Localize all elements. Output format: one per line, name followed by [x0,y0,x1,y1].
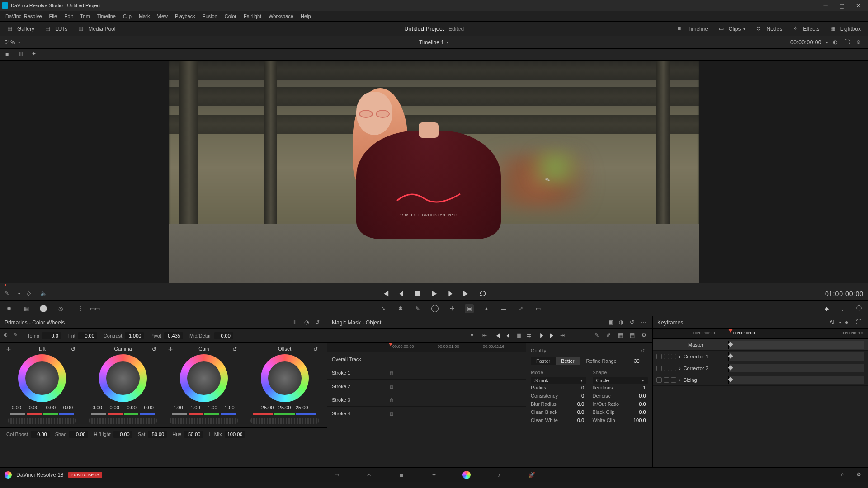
pick-white-icon[interactable]: ✎ [14,332,21,339]
first-frame-button[interactable] [381,290,389,298]
mm-track-stroke3[interactable]: Stroke 3🗑 [327,393,526,407]
timeline-toggle[interactable]: ≡Timeline [675,24,711,34]
play-button[interactable] [430,290,438,298]
cleanwhite-field[interactable]: 0.0 [568,418,584,423]
track-both-icon[interactable]: ⇆ [527,332,534,339]
image-wipe-icon[interactable]: ▣ [5,51,13,59]
unmix-icon[interactable]: ◇ [27,290,34,297]
last-frame-button[interactable] [462,290,471,298]
stroke-add-icon[interactable]: ✎ [594,332,602,339]
rgb-mixer-icon[interactable]: ⋮⋮ [73,304,82,313]
menu-view[interactable]: View [153,11,171,22]
trash-icon[interactable]: 🗑 [389,370,395,375]
hilight-field[interactable]: 0.00 [113,431,132,438]
stroke-tool-icon[interactable]: ✎ [5,290,12,297]
color-page-icon[interactable] [462,470,472,480]
key-icon[interactable]: ▬ [499,304,508,313]
mm-track-stroke4[interactable]: Stroke 4🗑 [327,407,526,420]
menu-davinciresolve[interactable]: DaVinci Resolve [2,11,46,22]
stroke-sub-icon[interactable]: ✐ [606,332,613,339]
mm-track-stroke2[interactable]: Stroke 2🗑 [327,380,526,393]
edit-page-icon[interactable]: ≣ [396,470,406,480]
color-warper-icon[interactable]: ✱ [396,304,405,313]
pivot-field[interactable]: 0.435 [164,332,183,339]
lightbox-toggle[interactable]: ▦Lightbox [828,24,863,34]
consistency-field[interactable]: 0 [568,393,584,399]
menu-workspace[interactable]: Workspace [265,11,297,22]
cut-page-icon[interactable]: ✂ [364,470,374,480]
minimize-button[interactable]: ─ [817,1,834,10]
gamma-jog[interactable] [89,418,157,424]
curves-icon[interactable]: ∿ [379,304,388,313]
reset-icon[interactable]: ↺ [71,346,77,352]
loop-button[interactable] [479,290,487,298]
kf-row-master[interactable]: Master [653,339,868,351]
track-fwd-all-icon[interactable] [549,333,556,339]
lift-jog[interactable] [8,418,76,424]
menu-clip[interactable]: Clip [119,11,135,22]
effects-toggle[interactable]: ✧Effects [790,24,822,34]
trash-icon[interactable]: 🗑 [389,411,395,416]
inout-field[interactable]: 0.0 [630,401,646,407]
hue-field[interactable]: 50.00 [184,431,203,438]
menu-trim[interactable]: Trim [76,11,94,22]
cleanblack-field[interactable]: 0.0 [568,409,584,415]
mask-overlay-icon[interactable]: ▣ [608,319,615,326]
keyframes-filter[interactable]: All [830,319,835,326]
temp-field[interactable]: 0.0 [42,332,61,339]
reset-icon[interactable]: ↺ [641,348,648,355]
options-icon[interactable]: ⋯ [641,319,648,326]
track-one-rev-icon[interactable]: ⇤ [482,332,490,339]
highlight-icon[interactable]: ◐ [833,39,840,46]
reset-icon[interactable]: ↺ [232,346,239,352]
reset-icon[interactable]: ↺ [313,346,320,352]
middetail-field[interactable]: 0.00 [214,332,233,339]
wheels-mode-icon[interactable] [283,319,290,326]
mm-track-overall[interactable]: Overall Track [327,352,526,366]
info-icon[interactable]: ⓘ [854,304,863,313]
viewer-canvas[interactable]: 1989 EST. BROOKLYN, NYC ✎ [169,61,699,283]
menu-timeline[interactable]: Timeline [94,11,119,22]
chevron-down-icon[interactable]: ▾ [18,291,20,296]
record-timecode[interactable]: 01:00:00:00 [825,290,863,297]
whiteclip-field[interactable]: 100.0 [630,418,646,423]
kf-toggles[interactable] [656,354,676,359]
track-options-icon[interactable]: ▾ [471,332,478,339]
track-pause-icon[interactable] [516,333,522,339]
blur-icon[interactable]: ▲ [482,304,491,313]
window-icon[interactable] [430,304,439,313]
kf-toggles[interactable] [656,377,676,383]
track-one-fwd-icon[interactable]: ⇥ [560,332,567,339]
settings-icon[interactable]: ⚙ [642,332,649,339]
kf-row-corrector2[interactable]: ›Corrector 2 [653,362,868,374]
menu-help[interactable]: Help [297,11,315,22]
zoom-dropdown[interactable]: 61%▾ [5,39,20,46]
reset-all-icon[interactable]: ↺ [315,319,322,326]
close-button[interactable]: ✕ [850,1,866,10]
shad-field[interactable]: 0.00 [69,431,88,438]
tint-field[interactable]: 0.00 [78,332,97,339]
mode-select[interactable]: Shrink▾ [531,377,586,384]
log-mode-icon[interactable]: ◔ [304,319,311,326]
bars-mode-icon[interactable]: ⦀ [293,319,301,326]
source-timecode[interactable]: 00:00:00:00 [790,39,821,46]
keyframes-panel-icon[interactable]: ◆ [822,304,831,313]
track-fwd-icon[interactable] [538,333,545,339]
keyframe-dot-icon[interactable]: ● [845,319,852,326]
home-icon[interactable]: ⌂ [841,471,848,479]
trash-icon[interactable]: 🗑 [389,384,395,389]
kf-row-sizing[interactable]: ›Sizing [653,374,868,386]
gain-wheel[interactable] [180,354,228,402]
offset-jog[interactable] [250,418,319,424]
scopes-icon[interactable]: ⫿ [838,304,847,313]
invert-mask-icon[interactable]: ◑ [619,319,626,326]
camera-raw-icon[interactable]: ✹ [5,304,14,313]
chevron-down-icon[interactable]: ▾ [839,320,841,325]
toggle-overlay-icon[interactable]: ▤ [630,332,637,339]
mm-track-stroke1[interactable]: Stroke 1🗑 [327,366,526,380]
track-rev-all-icon[interactable] [494,333,500,339]
clips-toggle[interactable]: ▭Clips▾ [716,24,749,34]
denoise-field[interactable]: 0.0 [630,393,646,399]
expand-icon[interactable]: ⛶ [856,319,863,326]
show-paint-icon[interactable]: ▦ [618,332,625,339]
